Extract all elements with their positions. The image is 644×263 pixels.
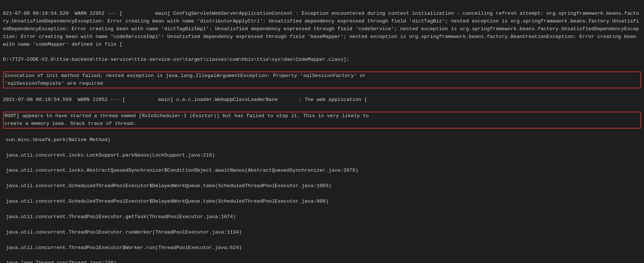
log-line: java.util.concurrent.ThreadPoolExecutor.… [3, 229, 641, 236]
log-line: java.util.concurrent.ScheduledThreadPool… [3, 198, 641, 206]
highlighted-log-line: Invocation of init method failed; nested… [3, 71, 641, 88]
log-line: java.util.concurrent.ThreadPoolExecutor.… [3, 213, 641, 221]
log-line: java.util.concurrent.locks.LockSupport.p… [3, 152, 641, 159]
log-line: 021-07-08 08:19:54.520 WARN 22952 --- [ … [3, 10, 641, 49]
log-line: D:\TTZY-CODE-V2.0\ttie-backend\ttie-serv… [3, 56, 641, 64]
highlighted-log-line: ROOT] appears to have started a thread n… [3, 112, 641, 129]
log-line: java.util.concurrent.ScheduledThreadPool… [3, 182, 641, 190]
log-line: java.util.concurrent.ThreadPoolExecutor$… [3, 244, 641, 252]
log-line: java.util.concurrent.locks.AbstractQueue… [3, 167, 641, 175]
log-line: 2021-07-08 08:19:54.569 WARN 22952 --- [… [3, 96, 641, 104]
log-line: java.lang.Thread.run(Thread.java:748) [3, 259, 641, 263]
log-line: sun.misc.Unsafe.park(Native Method) [3, 136, 641, 144]
console-output: 021-07-08 08:19:54.520 WARN 22952 --- [ … [0, 0, 644, 263]
